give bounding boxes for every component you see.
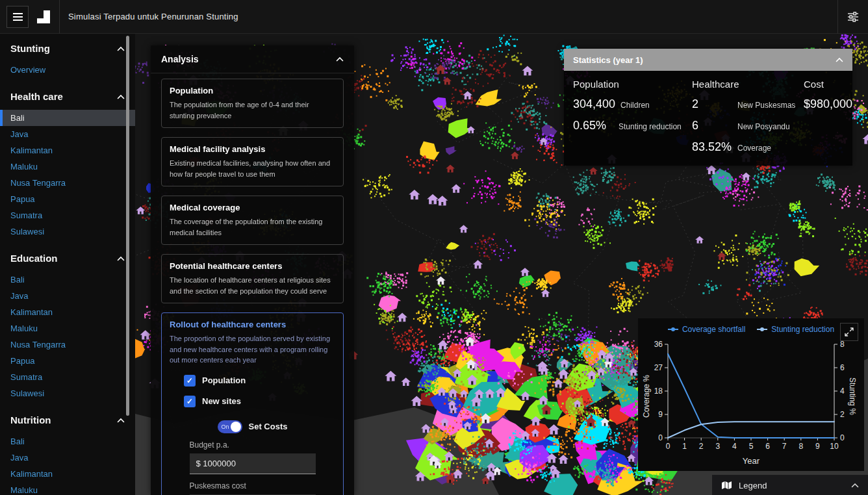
stat-label: Stunting reduction [619, 122, 682, 131]
chevron-up-icon [336, 57, 344, 62]
legend-marker-icon [757, 329, 767, 330]
checkbox-population[interactable]: ✓ Population [184, 375, 335, 387]
sidebar-item-health-care-papua[interactable]: Papua [0, 191, 135, 207]
stat-value: 6 [692, 119, 732, 133]
legend-series-name: Stunting reduction [771, 325, 834, 334]
y-axis-right-label: Stunting % [848, 377, 857, 415]
checkbox-new-sites[interactable]: ✓ New sites [184, 396, 335, 407]
svg-text:6: 6 [765, 442, 770, 451]
x-axis-label: Year [638, 456, 864, 466]
card-medical-facility-analysis[interactable]: Medical facility analysisExisting medica… [161, 137, 344, 186]
stat-value: $980,000 [804, 97, 852, 111]
budget-input[interactable] [190, 453, 316, 474]
hamburger-menu-button[interactable] [6, 6, 29, 28]
y-axis-left-label: Coverage % [642, 375, 651, 418]
stat-value: 83.52% [692, 140, 732, 154]
sidebar-item-health-care-kalimantan[interactable]: Kalimantan [0, 142, 135, 159]
chart-legend: Coverage shortfallStunting reduction [638, 325, 864, 334]
sidebar-item-nutrition-bali[interactable]: Bali [0, 433, 135, 450]
chevron-up-icon [836, 57, 843, 62]
sidebar-item-education-nusa-tengarra[interactable]: Nusa Tengarra [0, 336, 135, 353]
sidebar-item-nutrition-java[interactable]: Java [0, 450, 135, 466]
card-description: The coverage of the population from the … [170, 216, 335, 238]
set-costs-toggle[interactable]: On [218, 420, 242, 433]
card-potential-healthcare-centers[interactable]: Potential healthcare centersThe location… [161, 254, 344, 303]
svg-text:0: 0 [666, 442, 670, 451]
card-medical-coverage[interactable]: Medical coverageThe coverage of the popu… [161, 196, 344, 245]
sidebar-item-education-sumatra[interactable]: Sumatra [0, 369, 135, 385]
sidebar-section-header-education[interactable]: Education [0, 244, 135, 272]
stat-label: New Posyandu [737, 122, 790, 131]
statistics-panel-header[interactable]: Statistics (year 1) [564, 49, 852, 71]
svg-text:10: 10 [830, 442, 839, 451]
svg-text:1: 1 [682, 442, 687, 451]
statistics-panel: Statistics (year 1) Population304,400Chi… [564, 49, 852, 166]
sidebar-sections: StuntingOverviewHealth careBaliJavaKalim… [0, 34, 135, 495]
card-description: The location of healthcare centers at re… [170, 275, 335, 296]
stat-label: New Puskesmas [737, 101, 795, 110]
stat-row: 6New Posyandu [692, 119, 804, 133]
card-title: Medical coverage [170, 203, 335, 212]
stat-value: 304,400 [573, 97, 615, 111]
sidebar-item-health-care-maluku[interactable]: Maluku [0, 159, 135, 175]
sidebar-item-health-care-sumatra[interactable]: Sumatra [0, 207, 135, 223]
checkbox-label: Population [202, 375, 246, 385]
sidebar-item-stunting-overview[interactable]: Overview [0, 62, 135, 78]
svg-text:9: 9 [658, 410, 663, 419]
sidebar-item-health-care-java[interactable]: Java [0, 126, 135, 142]
puskesmas-cost-label: Puskesmas cost [190, 481, 316, 490]
stat-row: $980,000 [804, 97, 858, 111]
chart-legend-item-coverage-shortfall[interactable]: Coverage shortfall [668, 325, 745, 334]
legend-series-name: Coverage shortfall [682, 325, 745, 334]
sidebar-section-stunting: StuntingOverview [0, 34, 135, 78]
svg-text:9: 9 [815, 442, 820, 451]
checkbox-checked-icon: ✓ [184, 396, 196, 407]
sidebar-section-education: EducationBaliJavaKalimantanMalukuNusa Te… [0, 244, 135, 401]
expand-icon [845, 327, 854, 336]
analysis-cards-list: PopulationThe population from the age of… [161, 79, 344, 303]
statistics-body: Population304,400Children0.65%Stunting r… [564, 71, 852, 166]
expand-chart-button[interactable] [840, 323, 858, 341]
svg-text:7: 7 [782, 442, 787, 451]
chevron-up-icon [117, 94, 125, 99]
sidebar-section-header-nutrition[interactable]: Nutrition [0, 405, 135, 433]
card-title: Population [170, 86, 335, 95]
chart-plot: 0918273602468012345678910 [638, 340, 864, 452]
svg-text:18: 18 [654, 387, 663, 396]
sidebar-item-education-sulawesi[interactable]: Sulawesi [0, 385, 135, 401]
app-title: Simulasi Terpadu untuk Penurunan Stuntin… [68, 12, 238, 21]
svg-text:36: 36 [654, 340, 663, 349]
sidebar-section-header-stunting[interactable]: Stunting [0, 34, 135, 62]
sidebar-item-nutrition-maluku[interactable]: Maluku [0, 482, 135, 495]
statistics-title: Statistics (year 1) [573, 55, 643, 65]
analysis-panel-header[interactable]: Analysis [151, 45, 354, 73]
sidebar-section-header-health-care[interactable]: Health care [0, 82, 135, 110]
set-costs-toggle-row: On Set Costs [170, 420, 335, 433]
hamburger-icon [13, 13, 23, 21]
sidebar-item-nutrition-kalimantan[interactable]: Kalimantan [0, 466, 135, 482]
sidebar-item-health-care-nusa-tengarra[interactable]: Nusa Tengarra [0, 175, 135, 191]
svg-text:2: 2 [699, 442, 704, 451]
legend-bar[interactable]: Legend [712, 475, 868, 495]
budget-field-group: Budget p.a. [190, 440, 316, 474]
sidebar-item-health-care-sulawesi[interactable]: Sulawesi [0, 223, 135, 240]
sidebar-item-education-maluku[interactable]: Maluku [0, 320, 135, 336]
toggle-state-label: On [222, 424, 229, 430]
settings-button[interactable] [838, 0, 868, 34]
stat-value: 2 [692, 97, 732, 111]
sidebar-item-education-bali[interactable]: Bali [0, 272, 135, 288]
svg-text:3: 3 [715, 442, 720, 451]
sidebar-scrollbar[interactable] [126, 36, 129, 416]
sidebar-item-education-kalimantan[interactable]: Kalimantan [0, 304, 135, 320]
sidebar-item-education-papua[interactable]: Papua [0, 353, 135, 369]
chart-legend-item-stunting-reduction[interactable]: Stunting reduction [757, 325, 834, 334]
svg-text:27: 27 [654, 363, 663, 372]
card-title: Potential healthcare centers [170, 261, 335, 271]
section-title: Education [10, 253, 58, 264]
card-population[interactable]: PopulationThe population from the age of… [161, 79, 344, 128]
legend-marker-icon [668, 329, 678, 330]
sidebar-item-health-care-bali[interactable]: Bali [0, 110, 135, 126]
card-rollout-of-healthcare-centers[interactable]: Rollout of healthcare centers The propor… [161, 312, 344, 495]
sidebar-item-education-java[interactable]: Java [0, 288, 135, 304]
checkbox-checked-icon: ✓ [184, 375, 196, 387]
